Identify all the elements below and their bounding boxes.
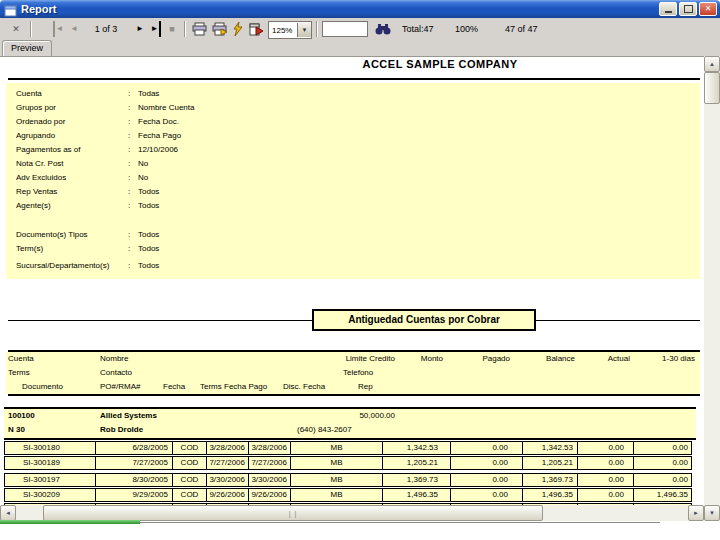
col-header-monto: Monto [385,354,443,364]
parameter-row: Rep Ventas:Todos [16,187,696,201]
scroll-right-button[interactable]: ► [688,505,704,521]
report-window: Report ✕ ✕ ◄ ◄ 1 of 3 ► ► ■ 125% ▼ [0,0,720,540]
stop-button[interactable]: ■ [164,21,180,37]
cell-documento: SI-300197 [5,474,96,486]
col-header-actual: Actual [572,354,630,364]
background-window-edge [140,522,660,523]
cell-1-30-dias: 0.00 [634,442,691,454]
col-header-cuenta: Cuenta [8,354,34,364]
close-report-button[interactable]: ✕ [8,21,24,37]
parameter-row: Cuenta:Todas [16,89,696,103]
close-report-icon: ✕ [12,24,20,34]
scroll-up-icon: ▲ [709,61,715,67]
close-button[interactable]: ✕ [699,2,717,16]
print-button[interactable] [190,21,208,37]
previous-page-button[interactable]: ◄ [66,21,82,37]
col-header-terms-fecha-pago: Terms Fecha Pago [200,382,267,392]
parameter-label: Ordenado por [16,117,65,126]
restore-button[interactable] [679,2,697,16]
cell-actual: 0.00 [578,474,634,486]
parameter-label: Rep Ventas [16,187,57,196]
cell-fecha-pago: 3/28/2006 [207,442,249,454]
horizontal-scroll-thumb[interactable]: | | [43,505,543,521]
titlebar[interactable]: Report ✕ [0,0,720,18]
next-page-button[interactable]: ► [132,21,148,37]
cell-balance: 1,496.35 [523,489,578,501]
cell-rep: MB [291,474,383,486]
zoom-combobox[interactable]: 125% ▼ [268,21,312,39]
window-controls: ✕ [659,2,717,16]
group-credit-limit: 50,000.00 [315,411,395,421]
parameter-colon: : [128,89,130,98]
vertical-scroll-thumb[interactable] [704,72,720,104]
parameter-value: Todos [138,244,159,253]
group-phone: (640) 843-2607 [297,425,352,435]
scroll-up-button[interactable]: ▲ [704,56,720,72]
parameter-colon: : [128,117,130,126]
group-bottom-rule [4,438,696,440]
search-button[interactable] [374,21,392,37]
first-page-button[interactable]: ◄ [50,21,66,37]
status-total: Total:47 [402,21,434,37]
previous-page-icon: ◄ [70,21,78,37]
table-row: SI-300189 7/27/2005 COD 7/27/2006 7/27/2… [4,456,692,470]
export-icon [248,22,263,36]
refresh-button[interactable] [230,21,244,37]
scroll-left-button[interactable]: ◄ [0,505,16,521]
scroll-right-icon: ► [693,510,699,516]
parameter-colon: : [128,145,130,154]
cell-pagado: 0.00 [451,457,523,469]
scroll-down-button[interactable]: ▼ [704,505,720,521]
background-progress-sliver [0,520,140,524]
last-page-button[interactable]: ► [148,21,164,37]
cell-rep: MB [291,489,383,501]
tab-strip: Preview [0,40,720,56]
background-strip [0,521,720,540]
col-header-pagado: Pagado [452,354,510,364]
report-title-box: Antiguedad Cuentas por Cobrar [312,309,536,331]
cell-disc-fecha: 3/30/2006 [249,474,291,486]
col-header-limite-credito: Limite Credito [315,354,395,364]
preview-pane: ACCEL SAMPLE COMPANY Cuenta:Todas Grupos… [0,56,704,506]
cell-balance: 1,342.53 [523,442,578,454]
cell-pagado: 0.00 [451,442,523,454]
parameter-colon: : [128,261,130,270]
export-button[interactable] [246,21,264,37]
vertical-scrollbar[interactable]: ▲ ▼ [704,56,720,521]
cell-rep: MB [291,442,383,454]
horizontal-scrollbar[interactable]: ◄ | | ► [0,505,704,521]
status-percent: 100% [455,21,478,37]
tab-preview[interactable]: Preview [2,40,52,57]
col-header-balance: Balance [515,354,575,364]
parameter-colon: : [128,103,130,112]
parameter-colon: : [128,230,130,239]
parameter-value: 12/10/2006 [138,145,178,154]
chevron-down-icon: ▼ [302,27,308,33]
cell-fecha: 7/27/2005 [96,457,173,469]
cell-disc-fecha: 9/26/2006 [249,489,291,501]
parameter-label: Documento(s) Tipos [16,230,88,239]
parameter-value: No [138,173,148,182]
cell-documento: SI-300209 [5,489,96,501]
minimize-button[interactable] [659,2,677,16]
first-page-icon: ◄ [53,21,64,37]
cell-documento: SI-300180 [5,442,96,454]
cell-terms: COD [173,442,207,454]
col-header-terms: Terms [8,368,30,378]
cell-1-30-dias: 1,496.35 [634,489,691,501]
col-header-rep: Rep [358,382,373,392]
parameter-colon: : [128,131,130,140]
zoom-dropdown-button[interactable]: ▼ [297,23,311,37]
parameter-value: No [138,159,148,168]
cell-disc-fecha: 7/27/2006 [249,457,291,469]
cell-monto: 1,342.53 [383,442,451,454]
search-input[interactable] [322,21,368,37]
cell-fecha-pago: 7/27/2006 [207,457,249,469]
table-row: SI-300209 9/29/2005 COD 9/26/2006 9/26/2… [4,488,692,502]
cell-pagado: 0.00 [451,474,523,486]
parameter-label: Cuenta [16,89,42,98]
col-header-1-30-dias: 1-30 dias [633,354,695,364]
print-setup-button[interactable] [210,21,228,37]
parameter-value: Todos [138,187,159,196]
cell-documento: SI-300189 [5,457,96,469]
